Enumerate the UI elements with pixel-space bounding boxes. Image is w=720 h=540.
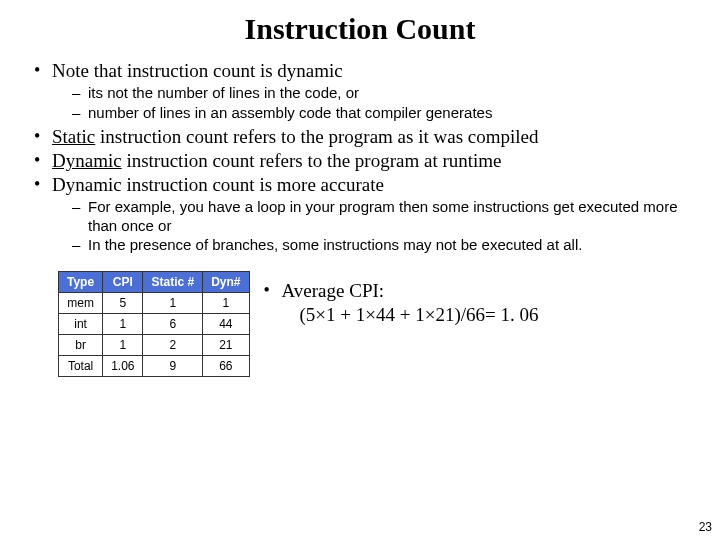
table-header: CPI <box>103 272 143 293</box>
sub-bullet-list: its not the number of lines in the code,… <box>72 84 692 123</box>
table-header-row: Type CPI Static # Dyn# <box>59 272 250 293</box>
bullet-item: Note that instruction count is dynamic i… <box>34 60 692 122</box>
table-cell: Total <box>59 356 103 377</box>
avg-cpi-calc: (5×1 + 1×44 + 1×21)/66= 1. 06 <box>282 303 539 327</box>
bullet-item: Dynamic instruction count refers to the … <box>34 150 692 172</box>
bullet-item: Dynamic instruction count is more accura… <box>34 174 692 255</box>
cpi-table: Type CPI Static # Dyn# mem 5 1 1 int <box>58 271 250 377</box>
sub-bullet-item: number of lines in an assembly code that… <box>72 104 692 123</box>
table-cell: 2 <box>143 335 203 356</box>
bullet-text: instruction count refers to the program … <box>122 150 502 171</box>
table-cell: 1 <box>103 314 143 335</box>
table-cell: 6 <box>143 314 203 335</box>
sub-bullet-item: For example, you have a loop in your pro… <box>72 198 692 236</box>
table-cell: 1.06 <box>103 356 143 377</box>
bullet-list: Note that instruction count is dynamic i… <box>34 60 720 255</box>
table-header: Static # <box>143 272 203 293</box>
table-row: int 1 6 44 <box>59 314 250 335</box>
avg-cpi-item: Average CPI: (5×1 + 1×44 + 1×21)/66= 1. … <box>264 279 539 327</box>
table-cell: 66 <box>203 356 249 377</box>
table-cell: 21 <box>203 335 249 356</box>
bullet-text: instruction count refers to the program … <box>95 126 538 147</box>
table-cell: 44 <box>203 314 249 335</box>
table-cell: 5 <box>103 293 143 314</box>
cpi-table-wrap: Type CPI Static # Dyn# mem 5 1 1 int <box>58 271 250 377</box>
table-cell: 9 <box>143 356 203 377</box>
bullet-text: Note that instruction count is dynamic <box>52 60 343 81</box>
table-row: mem 5 1 1 <box>59 293 250 314</box>
page-number: 23 <box>699 520 712 534</box>
avg-cpi-block: Average CPI: (5×1 + 1×44 + 1×21)/66= 1. … <box>264 279 539 327</box>
table-cell: 1 <box>203 293 249 314</box>
underlined-term: Dynamic <box>52 150 122 171</box>
table-row: Total 1.06 9 66 <box>59 356 250 377</box>
underlined-term: Static <box>52 126 95 147</box>
slide: Instruction Count Note that instruction … <box>0 0 720 540</box>
bullet-item: Static instruction count refers to the p… <box>34 126 692 148</box>
slide-title: Instruction Count <box>0 0 720 60</box>
table-cell: mem <box>59 293 103 314</box>
table-header: Type <box>59 272 103 293</box>
sub-bullet-item: In the presence of branches, some instru… <box>72 236 692 255</box>
table-header: Dyn# <box>203 272 249 293</box>
table-cell: br <box>59 335 103 356</box>
table-row: br 1 2 21 <box>59 335 250 356</box>
lower-row: Type CPI Static # Dyn# mem 5 1 1 int <box>0 271 720 377</box>
avg-cpi-label: Average CPI: <box>282 280 385 301</box>
table-cell: 1 <box>143 293 203 314</box>
bullet-text: Dynamic instruction count is more accura… <box>52 174 384 195</box>
sub-bullet-list: For example, you have a loop in your pro… <box>72 198 692 255</box>
table-cell: int <box>59 314 103 335</box>
table-cell: 1 <box>103 335 143 356</box>
sub-bullet-item: its not the number of lines in the code,… <box>72 84 692 103</box>
